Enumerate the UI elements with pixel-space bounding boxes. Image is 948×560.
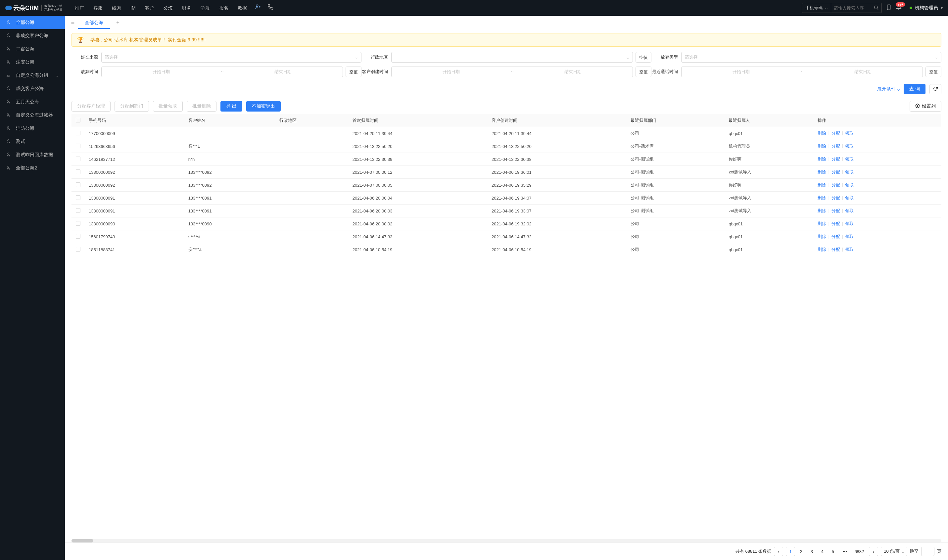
row-checkbox[interactable] [76, 131, 80, 135]
sidebar-item[interactable]: 成交客户公海 [0, 82, 65, 95]
assign-link[interactable]: 分配 [831, 169, 840, 175]
phone-icon[interactable] [264, 0, 277, 16]
filter-null-button[interactable]: 空值 [925, 66, 941, 77]
assign-link[interactable]: 分配 [831, 221, 840, 227]
claim-link[interactable]: 领取 [845, 182, 854, 188]
user-menu[interactable]: 机构管理员 ▾ [910, 5, 943, 11]
claim-link[interactable]: 领取 [845, 246, 854, 252]
nav-item[interactable]: IM [126, 0, 140, 16]
sidebar-item[interactable]: 注安公海 [0, 55, 65, 69]
logo[interactable]: 云朵CRM 教育机构一站 式服务云平台 [5, 4, 62, 12]
tab-add-icon[interactable]: ＋ [110, 19, 126, 26]
row-checkbox[interactable] [76, 169, 80, 174]
batch-delete-button[interactable]: 批量删除 [187, 101, 217, 112]
filter-select[interactable]: 请选择⌵ [101, 52, 362, 63]
row-checkbox[interactable] [76, 234, 80, 238]
claim-link[interactable]: 领取 [845, 156, 854, 162]
page-number[interactable]: 2 [796, 547, 806, 556]
assign-link[interactable]: 分配 [831, 156, 840, 162]
add-user-icon[interactable] [252, 0, 264, 16]
page-number[interactable]: 4 [817, 547, 827, 556]
delete-link[interactable]: 删除 [817, 246, 826, 252]
filter-null-button[interactable]: 空值 [636, 52, 651, 63]
row-checkbox[interactable] [76, 221, 80, 226]
nav-item[interactable]: 报名 [214, 0, 233, 16]
sidebar-item[interactable]: 自定义公海过滤器 [0, 109, 65, 122]
claim-link[interactable]: 领取 [845, 143, 854, 149]
scrollbar-thumb[interactable] [71, 539, 93, 543]
filter-select[interactable]: 请选择⌵ [681, 52, 941, 63]
assign-department-button[interactable]: 分配到部门 [114, 101, 149, 112]
search-input[interactable] [831, 6, 871, 11]
filter-null-button[interactable]: 空值 [636, 66, 651, 77]
claim-link[interactable]: 领取 [845, 195, 854, 201]
page-number[interactable]: 3 [807, 547, 816, 556]
delete-link[interactable]: 删除 [817, 131, 826, 136]
tab-menu-icon[interactable]: ≣ [68, 20, 78, 25]
claim-link[interactable]: 领取 [845, 169, 854, 175]
search-icon[interactable] [871, 5, 882, 11]
sidebar-item[interactable]: 全部公海 [0, 16, 65, 29]
last-page[interactable]: 6882 [852, 547, 866, 556]
page-size-select[interactable]: 10 条/页 ⌵ [881, 547, 907, 556]
column-settings-button[interactable]: 设置列 [910, 101, 941, 112]
nav-item[interactable]: 数据 [233, 0, 252, 16]
assign-link[interactable]: 分配 [831, 182, 840, 188]
page-ellipsis[interactable]: ••• [840, 547, 850, 556]
filter-select[interactable]: ⌵ [391, 52, 633, 63]
filter-daterange[interactable]: 开始日期~结束日期 [101, 66, 343, 77]
assign-link[interactable]: 分配 [831, 246, 840, 252]
sidebar-item[interactable]: 测试 [0, 135, 65, 148]
select-all-checkbox[interactable] [76, 118, 80, 123]
export-plain-button[interactable]: 不加密导出 [246, 101, 281, 112]
sidebar-item[interactable]: ▱自定义公海分组⌵ [0, 69, 65, 82]
mobile-icon[interactable] [886, 4, 892, 12]
delete-link[interactable]: 删除 [817, 208, 826, 214]
row-checkbox[interactable] [76, 157, 80, 161]
search-button[interactable]: 查 询 [903, 84, 925, 94]
assign-link[interactable]: 分配 [831, 208, 840, 214]
delete-link[interactable]: 删除 [817, 234, 826, 240]
page-number[interactable]: 5 [828, 547, 837, 556]
sidebar-item[interactable]: 测试昨日回库数据 [0, 148, 65, 162]
expand-filters-link[interactable]: 展开条件 ⌵ [877, 86, 900, 92]
nav-item[interactable]: 公海 [159, 0, 177, 16]
sidebar-item[interactable]: 非成交客户公海 [0, 29, 65, 42]
search-type-select[interactable]: 手机号码 ⌵ [802, 3, 831, 12]
row-checkbox[interactable] [76, 208, 80, 213]
nav-item[interactable]: 客户 [140, 0, 159, 16]
assign-manager-button[interactable]: 分配客户经理 [71, 101, 111, 112]
sidebar-item[interactable]: 二咨公海 [0, 42, 65, 55]
sidebar-item[interactable]: 消防公海 [0, 122, 65, 135]
claim-link[interactable]: 领取 [845, 221, 854, 227]
delete-link[interactable]: 删除 [817, 143, 826, 149]
nav-item[interactable]: 推广 [70, 0, 89, 16]
claim-link[interactable]: 领取 [845, 131, 854, 136]
row-checkbox[interactable] [76, 182, 80, 187]
export-button[interactable]: 导 出 [220, 101, 242, 112]
assign-link[interactable]: 分配 [831, 143, 840, 149]
horizontal-scrollbar[interactable] [71, 539, 941, 543]
row-checkbox[interactable] [76, 195, 80, 200]
delete-link[interactable]: 删除 [817, 195, 826, 201]
delete-link[interactable]: 删除 [817, 182, 826, 188]
refresh-button[interactable] [930, 84, 941, 94]
delete-link[interactable]: 删除 [817, 169, 826, 175]
assign-link[interactable]: 分配 [831, 195, 840, 201]
page-jump-input[interactable] [921, 547, 934, 556]
claim-link[interactable]: 领取 [845, 208, 854, 214]
prev-page-button[interactable]: ‹ [774, 547, 783, 556]
nav-item[interactable]: 学服 [196, 0, 214, 16]
claim-link[interactable]: 领取 [845, 234, 854, 240]
row-checkbox[interactable] [76, 144, 80, 148]
bell-icon[interactable]: 99+ [896, 4, 902, 12]
next-page-button[interactable]: › [869, 547, 878, 556]
filter-daterange[interactable]: 开始日期~结束日期 [681, 66, 923, 77]
batch-claim-button[interactable]: 批量领取 [153, 101, 183, 112]
filter-daterange[interactable]: 开始日期~结束日期 [391, 66, 633, 77]
nav-item[interactable]: 财务 [177, 0, 196, 16]
sidebar-item[interactable]: 全部公海2 [0, 162, 65, 175]
filter-null-button[interactable]: 空值 [346, 66, 362, 77]
assign-link[interactable]: 分配 [831, 131, 840, 136]
page-number[interactable]: 1 [786, 547, 795, 556]
